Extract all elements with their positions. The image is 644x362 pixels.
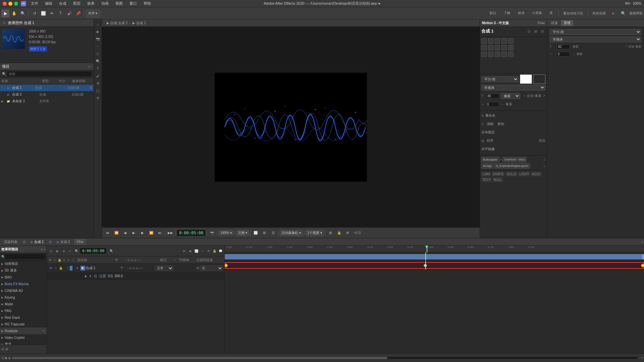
cat-animation-presets[interactable]: ▶ 动画预设: [0, 260, 47, 267]
resolution-dropdown[interactable]: 完整 ▾: [236, 230, 249, 236]
color-preview-white[interactable]: [520, 74, 532, 84]
layer-type-cam[interactable]: CAM: [481, 172, 491, 177]
project-menu-icon[interactable]: ≡: [87, 64, 92, 69]
body-type-dropdown[interactable]: 平方-简: [481, 76, 519, 82]
position-track-selected[interactable]: [225, 262, 644, 269]
timeline-ctrl-3[interactable]: ◈: [61, 248, 66, 254]
sidebar-grid-icon[interactable]: ⊞: [95, 80, 101, 86]
viewer-settings-btn[interactable]: ⚙: [344, 229, 352, 237]
ecopy-btn[interactable]: eCopy: [481, 163, 493, 169]
tl-bottom-icon3[interactable]: ◈: [8, 356, 11, 360]
workspace-small[interactable]: 小屏幕: [529, 10, 545, 16]
ram-preview-btn[interactable]: ▶▶: [167, 229, 174, 237]
select-tool[interactable]: ▶: [1, 9, 9, 17]
maximize-button[interactable]: [14, 2, 18, 6]
paint-tool[interactable]: 🖌: [65, 9, 73, 17]
preview-fwd-frame-btn[interactable]: ▶: [139, 229, 146, 237]
layer-vis-comp1[interactable]: 👁: [48, 266, 53, 270]
grid-cell-10[interactable]: ↔: [508, 45, 514, 50]
text-tool[interactable]: T: [57, 9, 65, 17]
timeline-ctrl-4[interactable]: ✏: [67, 248, 73, 254]
sw4[interactable]: ◈: [136, 266, 138, 270]
sidebar-search-icon[interactable]: 🔍: [95, 58, 101, 64]
viewer-btn[interactable]: ⊞: [327, 229, 334, 237]
auto-size-btn[interactable]: ↗ 自动 像素: [625, 45, 641, 49]
sidebar-video-icon[interactable]: ▶: [95, 28, 101, 35]
effects-search-input[interactable]: [5, 254, 45, 259]
layer-type-light[interactable]: LIGHT: [518, 172, 530, 177]
preview-area[interactable]: [102, 27, 480, 227]
timeline-search-icon[interactable]: 🔍: [109, 248, 114, 254]
preview-time-display[interactable]: 0:00:05:00: [177, 230, 205, 236]
timeline-time-display[interactable]: 0:00:05:00: [80, 248, 106, 254]
cat-videocopilot[interactable]: ▶ Video Copilot: [0, 334, 47, 341]
viewer-lock-btn[interactable]: 🔒: [335, 229, 343, 237]
spacing-input[interactable]: [486, 102, 499, 107]
sidebar-home-icon[interactable]: ⌂: [95, 21, 101, 27]
cat-rowbyte[interactable]: ▶ Rowbyte ↖: [0, 327, 47, 334]
grid-cell-14[interactable]: [501, 52, 507, 57]
menu-file[interactable]: 文件: [29, 1, 40, 6]
preview-play-pause-btn[interactable]: ▶: [130, 229, 138, 237]
grid-cell-7[interactable]: [488, 45, 493, 50]
cat-audio[interactable]: ▶ 声道: [0, 341, 47, 345]
timeline-ctrl-5[interactable]: 🔍: [74, 248, 79, 254]
layer-solo-comp1[interactable]: ☆: [53, 266, 58, 270]
sidebar-bracket-icon[interactable]: { }: [95, 87, 101, 94]
fit-icon[interactable]: ⊡: [526, 28, 532, 34]
puppet-tool[interactable]: 📌: [74, 9, 82, 17]
character-tab[interactable]: 字符: [561, 20, 573, 26]
sw1[interactable]: f: [127, 266, 128, 270]
effects-presets-expand[interactable]: »: [44, 248, 45, 251]
sidebar-camera-icon[interactable]: 📷: [95, 36, 101, 42]
layer-type-text[interactable]: TEXT: [481, 177, 492, 182]
search-btn[interactable]: 🔍: [619, 9, 627, 17]
tl-graph-icon[interactable]: 📈: [194, 248, 199, 254]
parent-icon[interactable]: ⊕: [196, 266, 199, 270]
comp2-timeline-tab[interactable]: ▶ 合成 2: [54, 239, 72, 245]
tl-solo-icon[interactable]: ☆: [200, 248, 205, 254]
render-queue-tab[interactable]: 渲染列表: [1, 239, 20, 245]
safe-zones-btn[interactable]: ⬜: [252, 229, 259, 237]
cat-3d[interactable]: ▶ 3D 通道: [0, 267, 47, 274]
menu-edit[interactable]: 编辑: [43, 1, 54, 6]
comp1-timeline-tab[interactable]: ▶ 合成 1: [28, 239, 46, 245]
menu-view[interactable]: 视图: [113, 1, 125, 6]
cat-pag[interactable]: ▶ PAG: [0, 307, 47, 314]
more-plugins-icon[interactable]: »: [543, 158, 545, 162]
grid-cell-5[interactable]: [508, 38, 514, 44]
effects-bottom-icon1[interactable]: ⊟: [1, 347, 4, 351]
tl-bottom-icon1[interactable]: ⊡: [1, 356, 4, 360]
more-workspaces-btn[interactable]: »: [609, 9, 617, 17]
layer-type-solid[interactable]: SOLID: [505, 172, 518, 177]
layer-mode-comp1[interactable]: 正常: [155, 265, 173, 271]
tl-lock-icon[interactable]: 🔒: [212, 248, 217, 254]
cat-matte[interactable]: ▶ Matte: [0, 301, 47, 307]
tl-diamond-icon[interactable]: ◆: [187, 248, 193, 254]
workspace-default[interactable]: 默认: [487, 10, 499, 16]
preview-camera-icon[interactable]: 📷: [208, 229, 216, 237]
sw3[interactable]: ⊞: [132, 266, 135, 270]
tl-zoom-out[interactable]: -: [639, 356, 640, 360]
comp-breadcrumb-root[interactable]: ▶ 合成 合成 2 › ▶ 合成 1: [104, 20, 149, 26]
explode-btn[interactable]: zl_ExplodeShapeLayers: [494, 163, 530, 169]
rotate-tool[interactable]: ↺: [31, 9, 39, 17]
paragraph-tab[interactable]: 段落: [548, 20, 560, 26]
expand-all-btn[interactable]: »: [641, 240, 643, 244]
layer-expand-comp1[interactable]: ▼: [76, 266, 80, 270]
expand-icon[interactable]: ⊞: [533, 28, 539, 34]
sidebar-shape-icon[interactable]: ⬡: [95, 50, 101, 57]
track-row-position[interactable]: [225, 261, 644, 270]
project-item-folder[interactable]: ▶ 📁 未命名 1 文件夹: [0, 98, 94, 105]
cat-keying[interactable]: ▶ Keying: [0, 294, 47, 301]
hand-tool[interactable]: ✋: [10, 9, 18, 17]
menu-animation[interactable]: 动画: [99, 1, 111, 6]
tl-snap-icon[interactable]: ⊞: [181, 248, 187, 254]
buttcapper-btn[interactable]: Buttcapper: [481, 157, 499, 162]
grid-cell-9[interactable]: [501, 45, 507, 50]
tl-bottom-icon2[interactable]: ◆: [5, 356, 7, 360]
grid-cell-3[interactable]: [495, 38, 500, 44]
more-plugins-icon-2[interactable]: »: [543, 164, 545, 168]
fit-all-icon[interactable]: ⊟: [539, 28, 545, 34]
sidebar-null-icon[interactable]: ○: [95, 43, 101, 50]
